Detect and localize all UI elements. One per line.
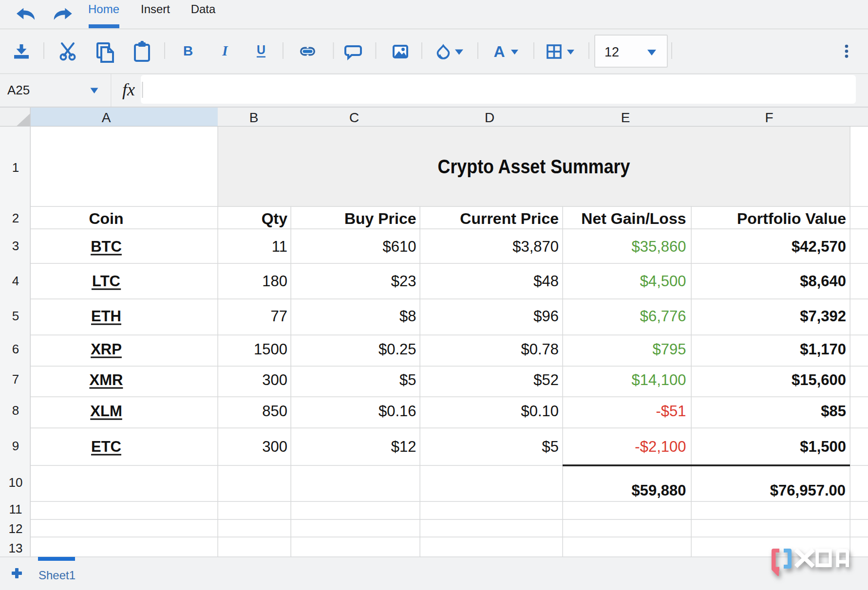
svg-text:ETH: ETH [91,308,121,325]
svg-text:$42,570: $42,570 [792,238,846,255]
svg-text:-$2,100: -$2,100 [635,438,686,455]
svg-text:12: 12 [9,521,23,536]
svg-text:$23: $23 [391,273,416,290]
svg-text:$59,880: $59,880 [631,482,686,499]
svg-text:Home: Home [88,2,119,16]
svg-text:11: 11 [272,238,287,255]
svg-text:$0.16: $0.16 [378,403,416,420]
svg-text:I: I [222,43,228,58]
svg-text:fx: fx [122,80,135,99]
svg-text:850: 850 [262,403,287,420]
svg-text:D: D [485,110,494,125]
svg-text:$5: $5 [399,371,416,388]
svg-text:1: 1 [12,160,19,175]
svg-text:$795: $795 [653,341,686,358]
svg-text:$1,170: $1,170 [800,341,846,358]
svg-text:$85: $85 [821,403,846,420]
svg-text:ETC: ETC [91,438,121,455]
svg-text:$1,500: $1,500 [800,438,846,455]
svg-text:$3,870: $3,870 [512,238,559,255]
svg-text:Sheet1: Sheet1 [38,569,75,582]
svg-text:5: 5 [12,309,19,323]
svg-text:180: 180 [262,273,287,290]
svg-text:B: B [183,43,193,58]
svg-text:U: U [257,43,265,56]
svg-text:$610: $610 [383,238,416,255]
svg-text:77: 77 [271,308,287,325]
svg-text:$5: $5 [542,438,559,455]
svg-text:XLM: XLM [90,403,122,420]
svg-text:11: 11 [9,502,22,516]
svg-text:Current Price: Current Price [460,210,559,227]
svg-text:Crypto Asset Summary: Crypto Asset Summary [438,155,630,178]
svg-text:LTC: LTC [92,273,120,290]
svg-text:300: 300 [262,438,287,455]
svg-text:A: A [493,43,505,60]
svg-text:$76,957.00: $76,957.00 [770,482,846,499]
svg-text:$0.10: $0.10 [521,403,559,420]
svg-text:XMR: XMR [90,371,123,388]
svg-text:3: 3 [12,239,19,253]
svg-text:$8: $8 [399,308,416,325]
svg-text:BTC: BTC [91,238,122,255]
svg-text:$96: $96 [533,308,559,325]
svg-text:Buy Price: Buy Price [344,210,416,227]
svg-text:XRP: XRP [91,341,122,358]
svg-text:2: 2 [12,211,19,225]
svg-text:$8,640: $8,640 [800,273,846,290]
svg-text:4: 4 [12,274,19,288]
svg-text:$0.25: $0.25 [378,341,416,358]
svg-text:8: 8 [12,403,19,418]
svg-text:$15,600: $15,600 [792,371,846,388]
svg-text:7: 7 [12,372,19,387]
svg-text:Insert: Insert [141,2,170,16]
svg-text:300: 300 [262,371,287,388]
svg-text:C: C [349,110,359,125]
svg-text:$12: $12 [391,438,416,455]
svg-text:-$51: -$51 [656,403,686,420]
svg-text:1500: 1500 [254,341,287,358]
svg-text:Portfolio Value: Portfolio Value [737,210,846,227]
svg-text:13: 13 [9,541,23,555]
svg-text:$6,776: $6,776 [640,308,686,325]
svg-text:Coin: Coin [89,210,123,227]
svg-text:Qty: Qty [262,210,288,227]
svg-text:$35,860: $35,860 [631,238,686,255]
svg-text:$0.78: $0.78 [521,341,559,358]
svg-text:$48: $48 [533,273,559,290]
svg-text:A: A [102,110,111,125]
svg-text:$4,500: $4,500 [640,273,686,290]
svg-text:E: E [621,110,630,125]
svg-text:Data: Data [191,2,216,16]
svg-text:12: 12 [604,45,619,59]
svg-text:A25: A25 [7,83,30,97]
svg-text:F: F [765,110,773,125]
svg-text:6: 6 [12,342,19,356]
svg-text:9: 9 [12,439,19,453]
svg-text:10: 10 [9,475,23,490]
svg-text:$14,100: $14,100 [631,371,686,388]
svg-text:B: B [249,110,259,125]
svg-text:$7,392: $7,392 [800,308,846,325]
svg-text:Net Gain/Loss: Net Gain/Loss [581,210,686,227]
svg-text:$52: $52 [533,371,559,388]
